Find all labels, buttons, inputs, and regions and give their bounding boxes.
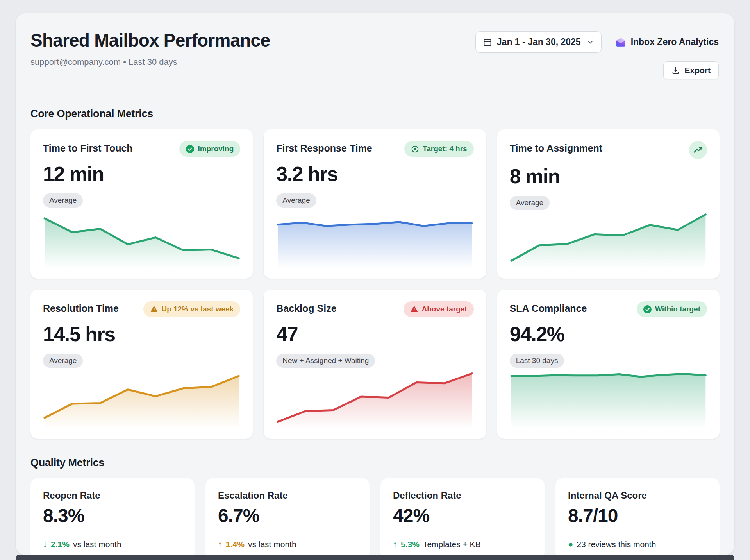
green-dot-icon: ● — [568, 539, 573, 549]
delta-value: 1.4% — [226, 540, 245, 549]
core-metrics-grid: Time to First Touch Improving 12 min Ave… — [30, 129, 720, 439]
delta-value: 5.3% — [401, 540, 420, 549]
badge-label: Target: 4 hrs — [423, 145, 467, 153]
metric-title: Escalation Rate — [218, 490, 357, 501]
header-right: Jan 1 - Jan 30, 2025 — [475, 30, 719, 79]
quality-metrics-grid: Reopen Rate 8.3% ↓ 2.1% vs last month Es… — [30, 478, 720, 555]
first-response-time-sparkline — [276, 210, 473, 268]
backlog-size-sparkline — [276, 370, 473, 429]
metric-title: Reopen Rate — [43, 490, 182, 501]
arrow-down-icon: ↓ — [43, 539, 47, 549]
status-badge-warning: Up 12% vs last week — [143, 301, 241, 317]
time-to-first-touch-sparkline — [43, 210, 240, 268]
calendar-icon — [483, 38, 492, 47]
check-circle-icon — [186, 145, 194, 153]
chevron-down-icon — [586, 38, 594, 46]
metric-delta: ↑ 5.3% Templates + KB — [393, 539, 532, 549]
metric-value: 8 min — [510, 165, 707, 188]
brand-name: Inbox Zero Analytics — [631, 37, 719, 47]
bottom-bar — [16, 555, 734, 560]
brand: Inbox Zero Analytics — [615, 36, 719, 48]
metric-title: Resolution Time — [43, 301, 119, 314]
warning-triangle-icon — [410, 305, 418, 313]
metric-delta: ● 23 reviews this month — [568, 539, 707, 549]
metric-value: 3.2 hrs — [276, 162, 473, 186]
metric-title: Time to Assignment — [510, 141, 603, 154]
metric-value: 47 — [276, 322, 473, 346]
status-badge-target: Target: 4 hrs — [404, 141, 474, 157]
metric-card-sla-compliance: SLA Compliance Within target 94.2% Last … — [497, 290, 720, 439]
metric-card-escalation-rate: Escalation Rate 6.7% ↑ 1.4% vs last mont… — [205, 478, 370, 555]
delta-label: vs last month — [73, 540, 121, 549]
export-button[interactable]: Export — [663, 61, 719, 79]
dashboard-panel: Shared Mailbox Performance support@compa… — [16, 13, 734, 555]
status-badge-improving: Improving — [179, 141, 240, 157]
metric-delta: ↑ 1.4% vs last month — [218, 539, 357, 549]
metric-value: 12 min — [43, 162, 240, 186]
metric-pill: Average — [276, 193, 316, 208]
sla-compliance-sparkline — [510, 370, 707, 429]
content: Core Operational Metrics Time to First T… — [16, 92, 734, 555]
badge-label: Within target — [655, 305, 700, 313]
metric-title: Internal QA Score — [568, 490, 707, 501]
metric-card-time-to-assignment: Time to Assignment 8 min Average — [497, 129, 720, 279]
delta-label: Templates + KB — [423, 540, 481, 549]
arrow-up-icon: ↑ — [393, 539, 397, 549]
badge-label: Up 12% vs last week — [162, 305, 234, 313]
header-left: Shared Mailbox Performance support@compa… — [30, 30, 270, 67]
metric-pill: Average — [43, 354, 83, 368]
status-badge-above-target: Above target — [404, 301, 474, 317]
section-heading-quality-metrics: Quality Metrics — [30, 457, 720, 469]
inbox-zero-logo-icon — [615, 36, 627, 48]
delta-label: vs last month — [248, 540, 296, 549]
metric-card-resolution-time: Resolution Time Up 12% vs last week 14.5… — [30, 290, 253, 439]
trending-up-icon — [689, 141, 707, 159]
date-range-label: Jan 1 - Jan 30, 2025 — [497, 37, 581, 47]
delta-label: 23 reviews this month — [577, 540, 656, 549]
download-icon — [671, 66, 680, 75]
metric-title: Deflection Rate — [393, 490, 532, 501]
metric-value: 94.2% — [510, 322, 707, 346]
badge-label: Above target — [422, 305, 467, 313]
metric-card-deflection-rate: Deflection Rate 42% ↑ 5.3% Templates + K… — [380, 478, 545, 555]
warning-triangle-icon — [150, 305, 158, 313]
page-title: Shared Mailbox Performance — [30, 30, 270, 51]
delta-value: 2.1% — [51, 540, 70, 549]
metric-pill: New + Assigned + Waiting — [276, 354, 375, 368]
metric-card-internal-qa-score: Internal QA Score 8.7/10 ● 23 reviews th… — [555, 478, 720, 555]
metric-pill: Average — [43, 193, 83, 208]
page-subtitle: support@company.com • Last 30 days — [30, 57, 270, 67]
metric-card-time-to-first-touch: Time to First Touch Improving 12 min Ave… — [30, 129, 253, 279]
time-to-assignment-sparkline — [510, 210, 707, 268]
resolution-time-sparkline — [43, 370, 240, 429]
target-icon — [411, 145, 419, 153]
metric-delta: ↓ 2.1% vs last month — [43, 539, 182, 549]
metric-value: 14.5 hrs — [43, 322, 240, 346]
metric-value: 8.7/10 — [568, 505, 707, 526]
status-badge-within-target: Within target — [637, 301, 707, 317]
metric-value: 8.3% — [43, 505, 182, 526]
metric-title: First Response Time — [276, 141, 372, 154]
metric-title: Backlog Size — [276, 301, 336, 314]
badge-label: Improving — [198, 145, 234, 153]
check-circle-icon — [643, 305, 652, 313]
arrow-up-icon: ↑ — [218, 539, 222, 549]
metric-title: SLA Compliance — [510, 301, 587, 314]
section-heading-core-metrics: Core Operational Metrics — [30, 108, 720, 120]
header: Shared Mailbox Performance support@compa… — [16, 13, 734, 92]
metric-value: 6.7% — [218, 505, 357, 526]
date-range-picker[interactable]: Jan 1 - Jan 30, 2025 — [475, 31, 602, 53]
metric-card-first-response-time: First Response Time Target: 4 hrs 3.2 hr… — [264, 129, 486, 279]
metric-card-backlog-size: Backlog Size Above target 47 New + Assig… — [264, 290, 486, 439]
metric-card-reopen-rate: Reopen Rate 8.3% ↓ 2.1% vs last month — [30, 478, 195, 555]
metric-pill: Last 30 days — [510, 354, 564, 368]
export-label: Export — [684, 66, 711, 75]
metric-pill: Average — [510, 196, 550, 210]
metric-title: Time to First Touch — [43, 141, 133, 154]
metric-value: 42% — [393, 505, 532, 526]
